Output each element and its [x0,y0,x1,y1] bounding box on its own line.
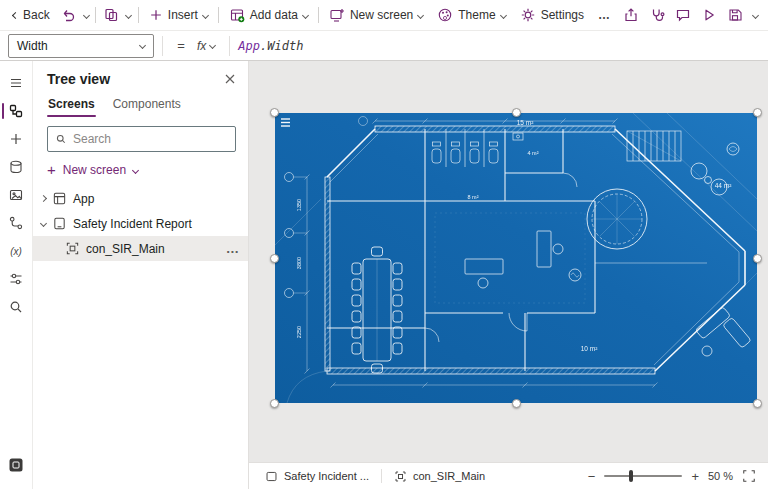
theme-button[interactable]: Theme [430,0,512,30]
resize-handle-top-left[interactable] [270,108,279,117]
search-icon [55,133,67,145]
undo-button[interactable] [57,0,80,30]
item-overflow-button[interactable]: … [226,241,240,256]
fit-screen-icon [742,469,756,483]
comments-button[interactable] [670,0,696,30]
breadcrumb-control[interactable]: con_SIR_Main [390,470,489,483]
breadcrumb-screen-label: Safety Incident ... [284,470,369,482]
settings-button[interactable]: Settings [513,0,591,30]
search-input[interactable] [73,132,228,146]
rail-variables-button[interactable]: (x) [0,237,32,265]
save-dropdown-button[interactable] [748,0,762,30]
sliders-icon [8,271,24,287]
chevron-down-icon [40,220,47,227]
rail-tree-view-button[interactable] [0,97,32,125]
rail-search-button[interactable] [0,293,32,321]
play-icon [701,7,717,23]
tree-view-panel: Tree view Screens Components + New scree… [33,61,249,489]
insert-button[interactable]: Insert [142,0,215,30]
status-bar: Safety Incident ... con_SIR_Main − + 50 … [249,462,768,489]
app-icon [52,191,67,206]
new-screen-label: New screen [350,8,413,22]
formula-member: .Width [260,39,303,53]
tree-item-container[interactable]: con_SIR_Main … [33,236,248,261]
toolbar-overflow-button[interactable]: … [591,0,618,30]
rail-menu-button[interactable] [0,69,32,97]
new-screen-tree-button[interactable]: + New screen [33,154,248,186]
tree-item-label: con_SIR_Main [86,242,165,256]
selected-container-con_SIR_Main[interactable]: 15 m² 4 m² 8 m² 44 m² 10 m² 1350 3800 22… [275,113,757,403]
formula-input[interactable]: App.Width [238,31,768,60]
screen-icon [265,470,278,483]
preview-play-button[interactable] [696,0,722,30]
new-screen-button[interactable]: New screen [322,0,430,30]
media-image-icon [8,187,24,203]
paste-icon [103,7,119,23]
property-selector[interactable]: Width [8,34,154,58]
insert-label: Insert [168,8,198,22]
rail-data-button[interactable] [0,153,32,181]
tree-view-icon [8,103,24,119]
design-canvas[interactable]: 15 m² 4 m² 8 m² 44 m² 10 m² 1350 3800 22… [249,61,768,462]
add-data-icon [229,7,245,23]
rail-advanced-tools-button[interactable] [0,265,32,293]
rail-power-automate-button[interactable] [0,209,32,237]
resize-handle-middle-left[interactable] [270,254,279,263]
tab-screens[interactable]: Screens [47,93,96,118]
chevron-down-icon [302,11,309,18]
resize-handle-bottom-left[interactable] [270,399,279,408]
fx-label: fx [197,39,206,53]
blueprint-area-label: 8 m² [468,194,479,200]
blueprint-dim-label: 2250 [296,326,302,338]
tree-item-label: Safety Incident Report [73,217,192,231]
zoom-in-button[interactable]: + [691,469,699,484]
rail-insert-button[interactable] [0,125,32,153]
zoom-slider[interactable] [604,475,682,477]
property-selector-value: Width [17,39,134,53]
hamburger-icon [8,75,24,91]
tab-components[interactable]: Components [112,93,182,118]
chevron-down-icon [125,11,132,18]
divider [381,469,382,483]
gear-icon [520,7,536,23]
chevron-down-icon [751,11,758,18]
zoom-unit: % [723,470,733,482]
close-panel-button[interactable] [224,73,236,85]
chevron-right-icon [40,195,47,202]
chevron-down-icon [209,42,216,49]
zoom-slider-thumb[interactable] [629,470,633,482]
resize-handle-bottom-middle[interactable] [512,399,521,408]
resize-handle-top-right[interactable] [753,108,762,117]
save-button[interactable] [722,0,748,30]
formula-bar: Width = fx App.Width [0,31,768,61]
rail-bottom-app-button[interactable] [0,451,32,479]
resize-handle-middle-right[interactable] [753,254,762,263]
blueprint-dim-label: 1350 [296,199,302,211]
tree-items: App Safety Incident Report con_SIR_Main … [33,186,248,261]
blueprint-dim-label: 3800 [296,257,302,269]
resize-handle-bottom-right[interactable] [753,399,762,408]
paste-button[interactable] [99,0,122,30]
rail-media-button[interactable] [0,181,32,209]
zoom-out-button[interactable]: − [588,469,596,484]
paste-dropdown-button[interactable] [122,0,134,30]
add-data-button[interactable]: Add data [222,0,315,30]
close-icon [224,73,236,85]
fx-dropdown-button[interactable]: fx [191,34,221,58]
add-data-label: Add data [250,8,298,22]
undo-dropdown-button[interactable] [80,0,92,30]
plus-icon [149,8,163,22]
app-checker-button[interactable] [644,0,670,30]
share-button[interactable] [618,0,644,30]
tree-item-screen[interactable]: Safety Incident Report [33,211,248,236]
theme-palette-icon [437,7,453,23]
equals-button[interactable]: = [171,35,191,57]
blueprint-area-label: 15 m² [517,119,534,126]
undo-icon [60,7,76,23]
breadcrumb-screen[interactable]: Safety Incident ... [261,470,373,483]
fit-to-window-button[interactable] [742,469,756,483]
tree-item-app[interactable]: App [33,186,248,211]
back-button[interactable]: Back [6,0,57,30]
dark-app-tile-icon [8,457,24,473]
resize-handle-top-middle[interactable] [512,108,521,117]
